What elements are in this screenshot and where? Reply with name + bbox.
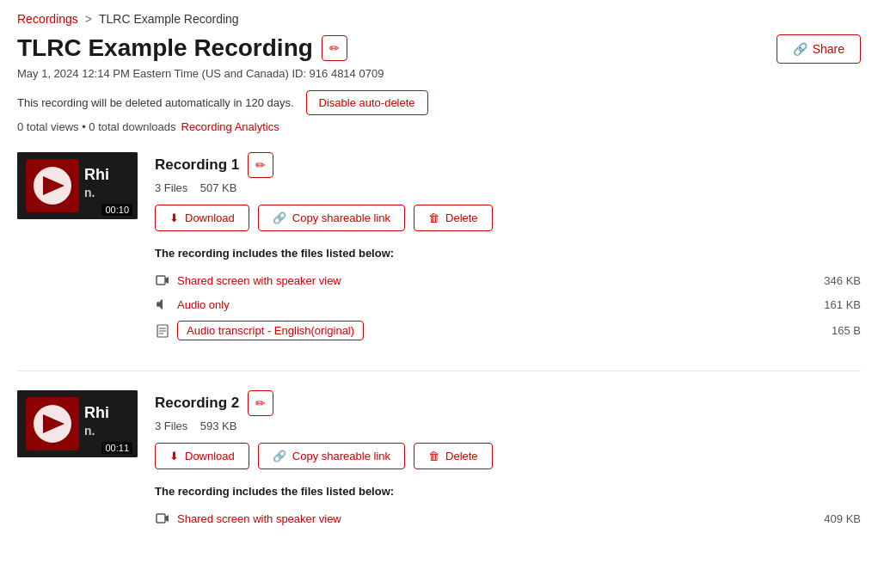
- download-icon: ⬇: [169, 450, 179, 462]
- breadcrumb: Recordings > TLRC Example Recording: [17, 0, 861, 34]
- edit-recording-2-button[interactable]: ✏: [248, 390, 273, 416]
- pencil-icon: ✏: [255, 158, 266, 172]
- recording-1-size: 507 KB: [200, 181, 237, 194]
- recording-1-info: Recording 1 ✏ 3 Files 507 KB ⬇ Download …: [155, 152, 861, 345]
- video-icon: [155, 273, 170, 288]
- recording-1-duration: 00:10: [101, 204, 132, 216]
- trash-icon: 🗑: [428, 211, 439, 224]
- svg-text:Rhi: Rhi: [84, 404, 109, 421]
- recording-2-thumbnail: Rhi n. 00:11: [17, 390, 138, 457]
- recording-2-actions: ⬇ Download 🔗 Copy shareable link 🗑 Delet…: [155, 443, 861, 469]
- svg-rect-5: [157, 276, 165, 285]
- trash-icon: 🗑: [428, 450, 439, 462]
- transcript-icon: [155, 323, 170, 339]
- page-title-row: TLRC Example Recording ✏: [17, 34, 384, 62]
- recording-1-download-button[interactable]: ⬇ Download: [155, 205, 249, 231]
- svg-text:n.: n.: [84, 424, 95, 438]
- recording-1-actions: ⬇ Download 🔗 Copy shareable link 🗑 Delet…: [155, 205, 861, 231]
- edit-title-button[interactable]: ✏: [322, 35, 347, 61]
- file-size-audio-only: 161 KB: [824, 298, 861, 311]
- download-label: Download: [185, 450, 235, 462]
- page-header: TLRC Example Recording ✏ May 1, 2024 12:…: [17, 34, 861, 80]
- file-row-left: Shared screen with speaker view: [155, 511, 341, 526]
- recording-2-copy-link-button[interactable]: 🔗 Copy shareable link: [258, 443, 405, 469]
- page-meta: May 1, 2024 12:14 PM Eastern Time (US an…: [17, 67, 384, 80]
- recording-1-copy-link-button[interactable]: 🔗 Copy shareable link: [258, 205, 405, 231]
- file-row: Shared screen with speaker view 346 KB: [155, 268, 861, 292]
- recording-2-download-button[interactable]: ⬇ Download: [155, 443, 249, 469]
- file-row: Audio only 161 KB: [155, 292, 861, 316]
- share-label: Share: [813, 42, 844, 56]
- file-row-left: Audio transcript - English(original): [155, 321, 364, 340]
- file-size-transcript-1: 165 B: [832, 324, 861, 337]
- analytics-row: 0 total views • 0 total downloads Record…: [17, 120, 861, 133]
- video-icon: [155, 511, 170, 526]
- copy-link-label: Copy shareable link: [292, 211, 390, 224]
- edit-recording-1-button[interactable]: ✏: [248, 152, 273, 178]
- file-link-shared-screen-1[interactable]: Shared screen with speaker view: [177, 274, 341, 287]
- recording-1-files: 3 Files: [155, 181, 187, 194]
- download-label: Download: [185, 211, 235, 224]
- svg-rect-17: [157, 514, 165, 523]
- pencil-icon: ✏: [329, 41, 340, 55]
- copy-link-label: Copy shareable link: [292, 450, 390, 462]
- recording-2-files: 3 Files: [155, 420, 187, 432]
- breadcrumb-separator: >: [85, 12, 92, 26]
- recording-card-2: Rhi n. 00:11 Recording 2 ✏ 3 Files 593 K…: [17, 390, 861, 530]
- recording-2-title: Recording 2: [155, 395, 239, 412]
- share-icon: 🔗: [793, 42, 807, 56]
- recording-2-title-row: Recording 2 ✏: [155, 390, 861, 416]
- link-icon: 🔗: [273, 450, 286, 462]
- recording-1-title: Recording 1: [155, 156, 239, 174]
- recording-1-meta: 3 Files 507 KB: [155, 181, 861, 194]
- audio-icon: [155, 297, 170, 312]
- delete-label: Delete: [445, 211, 478, 224]
- file-link-audio-only[interactable]: Audio only: [177, 298, 230, 311]
- disable-auto-delete-button[interactable]: Disable auto-delete: [306, 90, 428, 115]
- recording-2-delete-button[interactable]: 🗑 Delete: [414, 443, 493, 469]
- recording-1-delete-button[interactable]: 🗑 Delete: [414, 205, 493, 231]
- pencil-icon: ✏: [255, 396, 266, 410]
- file-row: Audio transcript - English(original) 165…: [155, 316, 861, 345]
- download-icon: ⬇: [169, 211, 179, 224]
- link-icon: 🔗: [273, 211, 286, 224]
- file-size-shared-screen-2: 409 KB: [824, 512, 861, 525]
- breadcrumb-recordings-link[interactable]: Recordings: [17, 12, 78, 26]
- svg-text:n.: n.: [84, 186, 95, 199]
- recording-2-duration: 00:11: [101, 442, 132, 454]
- recording-analytics-link[interactable]: Recording Analytics: [181, 120, 279, 133]
- file-size-shared-screen-1: 346 KB: [824, 274, 861, 287]
- page-title-area: TLRC Example Recording ✏ May 1, 2024 12:…: [17, 34, 384, 80]
- recording-1-files-heading: The recording includes the files listed …: [155, 247, 861, 260]
- svg-point-7: [157, 302, 160, 307]
- file-row-left: Shared screen with speaker view: [155, 273, 341, 288]
- views-downloads-text: 0 total views • 0 total downloads: [17, 120, 176, 133]
- page-title: TLRC Example Recording: [17, 34, 313, 62]
- recording-1-title-row: Recording 1 ✏: [155, 152, 861, 178]
- auto-delete-notice: This recording will be deleted automatic…: [17, 96, 294, 109]
- auto-delete-row: This recording will be deleted automatic…: [17, 90, 861, 115]
- recording-card-1: Rhi n. 00:10 Recording 1 ✏ 3 Files 507 K…: [17, 152, 861, 345]
- share-button[interactable]: 🔗 Share: [777, 34, 861, 64]
- file-row-left: Audio only: [155, 297, 230, 312]
- recording-2-meta: 3 Files 593 KB: [155, 420, 861, 432]
- divider: [17, 371, 861, 371]
- recording-2-info: Recording 2 ✏ 3 Files 593 KB ⬇ Download …: [155, 390, 861, 530]
- breadcrumb-current: TLRC Example Recording: [99, 12, 239, 26]
- recording-1-thumbnail: Rhi n. 00:10: [17, 152, 138, 219]
- file-row: Shared screen with speaker view 409 KB: [155, 506, 861, 530]
- svg-text:Rhi: Rhi: [84, 166, 109, 183]
- recording-2-files-heading: The recording includes the files listed …: [155, 485, 861, 498]
- file-link-transcript-1[interactable]: Audio transcript - English(original): [177, 321, 364, 340]
- file-link-shared-screen-2[interactable]: Shared screen with speaker view: [177, 512, 341, 525]
- recording-2-size: 593 KB: [200, 420, 237, 432]
- delete-label: Delete: [445, 450, 478, 462]
